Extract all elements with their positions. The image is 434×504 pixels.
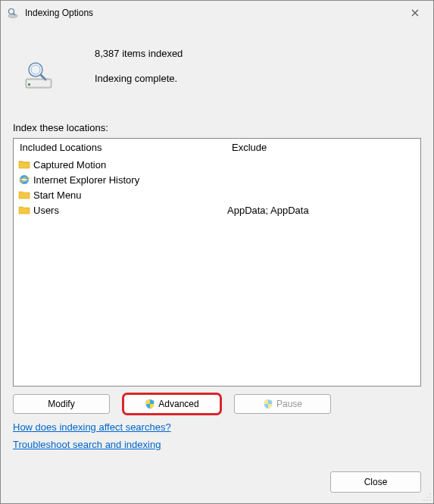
column-header-included[interactable]: Included Locations xyxy=(14,139,226,156)
svg-point-1 xyxy=(9,9,14,14)
status-area: 8,387 items indexed Indexing complete. xyxy=(13,34,421,108)
index-locations-label: Index these locations: xyxy=(13,122,421,133)
window-title: Indexing Options xyxy=(25,8,403,18)
advanced-button-label: Advanced xyxy=(158,399,198,409)
list-item[interactable]: Users AppData; AppData xyxy=(14,202,420,218)
locations-listbox[interactable]: Included Locations Exclude Captured Moti… xyxy=(13,138,421,387)
uac-shield-icon xyxy=(145,399,155,409)
list-item[interactable]: Start Menu xyxy=(14,187,420,202)
pause-button: Pause xyxy=(234,394,331,414)
advanced-button[interactable]: Advanced xyxy=(123,394,220,414)
content-area: 8,387 items indexed Indexing complete. I… xyxy=(1,25,433,465)
location-name: Captured Motion xyxy=(33,159,106,171)
locations-headers: Included Locations Exclude xyxy=(14,139,420,157)
close-button[interactable]: Close xyxy=(330,471,421,493)
modify-button-label: Modify xyxy=(48,399,74,409)
locations-rows: Captured Motion Internet Expl xyxy=(14,157,420,386)
folder-icon xyxy=(18,158,30,171)
svg-point-15 xyxy=(426,499,428,501)
location-name: Users xyxy=(33,205,59,216)
button-row: Modify Advanced xyxy=(13,394,421,414)
svg-rect-4 xyxy=(27,80,50,86)
titlebar: Indexing Options xyxy=(1,1,433,25)
troubleshoot-link[interactable]: Troubleshoot search and indexing xyxy=(13,439,161,450)
list-item[interactable]: Internet Explorer History xyxy=(14,172,420,187)
modify-button[interactable]: Modify xyxy=(13,394,110,414)
how-indexing-link[interactable]: How does indexing affect searches? xyxy=(13,421,171,433)
indexing-options-window: Indexing Options 8,387 items indexed Ind… xyxy=(0,0,434,504)
magnifier-drive-icon xyxy=(20,57,57,93)
uac-shield-icon xyxy=(263,399,273,409)
folder-icon xyxy=(18,204,30,216)
location-name: Start Menu xyxy=(33,189,82,201)
links-area: How does indexing affect searches? Troub… xyxy=(13,421,421,456)
svg-point-0 xyxy=(8,14,17,18)
svg-point-13 xyxy=(429,496,431,498)
list-item[interactable]: Captured Motion xyxy=(14,157,420,172)
footer: Close xyxy=(1,465,433,503)
location-exclude: AppData; AppData xyxy=(226,205,420,216)
indexing-icon xyxy=(7,7,19,19)
location-name: Internet Explorer History xyxy=(33,174,139,186)
status-text: 8,387 items indexed Indexing complete. xyxy=(95,48,183,84)
svg-point-14 xyxy=(423,499,425,501)
ie-icon xyxy=(18,174,30,186)
indexing-status-message: Indexing complete. xyxy=(95,73,183,84)
close-icon[interactable] xyxy=(403,2,427,23)
column-header-exclude[interactable]: Exclude xyxy=(226,139,420,156)
svg-point-11 xyxy=(429,493,431,495)
svg-point-16 xyxy=(429,499,431,501)
svg-rect-5 xyxy=(28,83,30,86)
pause-button-label: Pause xyxy=(276,399,302,409)
resize-grip[interactable] xyxy=(423,493,432,502)
folder-icon xyxy=(18,189,30,201)
svg-point-12 xyxy=(426,496,428,498)
items-indexed-count: 8,387 items indexed xyxy=(95,48,183,59)
